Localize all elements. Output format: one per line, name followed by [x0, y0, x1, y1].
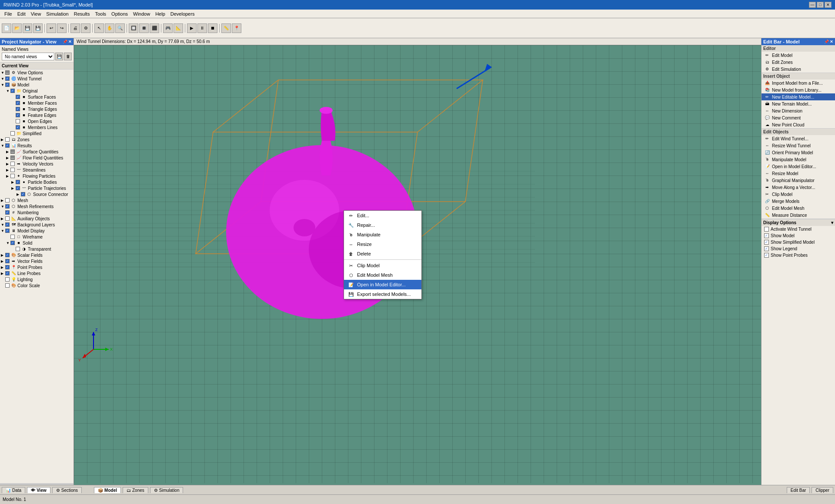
- tab-simulation[interactable]: ⚙ Simulation: [150, 487, 184, 493]
- tree-checkbox[interactable]: ✓: [10, 89, 15, 93]
- tree-item[interactable]: 💡Lighting: [0, 276, 73, 282]
- tree-checkbox[interactable]: —: [10, 156, 15, 160]
- new-point-cloud-item[interactable]: ☁ New Point Cloud: [762, 121, 835, 128]
- tree-item[interactable]: ▶➡Velocity Vectors: [0, 161, 73, 167]
- tree-expand-icon[interactable]: ▶: [1, 265, 5, 269]
- toolbar-redo[interactable]: ↪: [57, 23, 67, 33]
- tree-item[interactable]: ▶✓🎨Scalar Fields: [0, 252, 73, 258]
- toolbar-open[interactable]: 📂: [12, 23, 22, 33]
- display-options-collapse[interactable]: ▾: [831, 220, 833, 225]
- toolbar-view1[interactable]: 🔲: [129, 23, 138, 33]
- toolbar-sim3[interactable]: ⏹: [208, 23, 217, 33]
- tree-checkbox[interactable]: ✓: [5, 204, 10, 209]
- tree-item[interactable]: □Wireframe: [0, 234, 73, 240]
- tree-checkbox[interactable]: —: [5, 70, 10, 75]
- tree-item[interactable]: ▶✓📍Point Probes: [0, 264, 73, 270]
- toolbar-zoom[interactable]: 🔍: [115, 23, 125, 33]
- menu-tools[interactable]: Tools: [92, 11, 109, 17]
- context-edit[interactable]: ✏ Edit...: [344, 211, 421, 220]
- tree-item[interactable]: ▼✓🖥Model Display: [0, 228, 73, 234]
- merge-models-item[interactable]: 🔗 Merge Models: [762, 198, 835, 205]
- right-panel-close[interactable]: ✕: [830, 40, 833, 44]
- tree-item[interactable]: ▼✓📦Model: [0, 82, 73, 88]
- menu-file[interactable]: File: [2, 11, 15, 17]
- new-terrain-item[interactable]: 🏔 New Terrain Model...: [762, 100, 835, 107]
- named-views-delete-btn[interactable]: 🗑: [64, 53, 72, 60]
- tree-checkbox[interactable]: ✓: [16, 186, 20, 190]
- context-open-editor[interactable]: 📝 Open in Model Editor...: [344, 280, 421, 289]
- tree-checkbox[interactable]: ✓: [5, 253, 10, 257]
- named-views-dropdown[interactable]: No named views: [2, 53, 54, 60]
- menu-developers[interactable]: Developers: [168, 11, 197, 17]
- tree-checkbox[interactable]: ✓: [16, 107, 20, 111]
- tree-item[interactable]: ▼✓📁Original: [0, 88, 73, 94]
- new-from-library-item[interactable]: 📚 New Model from Library...: [762, 86, 835, 93]
- tree-item[interactable]: ▶—📈Flow Field Quantities: [0, 155, 73, 161]
- resize-model-item[interactable]: ↔ Resize Model: [762, 170, 835, 177]
- toolbar-undo[interactable]: ↩: [47, 23, 56, 33]
- edit-model-item[interactable]: ✏ Edit Model: [762, 52, 835, 59]
- orient-primary-item[interactable]: 🔄 Orient Primary Model: [762, 149, 835, 156]
- menu-window[interactable]: Window: [130, 11, 153, 17]
- context-repair[interactable]: 🔧 Repair...: [344, 220, 421, 230]
- tree-item[interactable]: ■Open Edges: [0, 118, 73, 124]
- context-delete[interactable]: 🗑 Delete: [344, 249, 421, 259]
- tree-item[interactable]: 🎨Color Scale: [0, 282, 73, 288]
- tree-checkbox[interactable]: ✓: [5, 210, 10, 215]
- toolbar-print[interactable]: 🖨: [70, 23, 80, 33]
- tree-checkbox[interactable]: ✓: [5, 271, 10, 275]
- toolbar-measure[interactable]: 📏: [221, 23, 231, 33]
- toolbar-pan[interactable]: ✋: [105, 23, 114, 33]
- tree-expand-icon[interactable]: ▶: [1, 272, 5, 275]
- tree-checkbox[interactable]: [10, 235, 15, 239]
- tree-expand-icon[interactable]: ▼: [1, 83, 5, 87]
- tree-checkbox[interactable]: ✓: [5, 76, 10, 81]
- menu-help[interactable]: Help: [153, 11, 168, 17]
- tree-checkbox[interactable]: ✓: [16, 95, 20, 99]
- resize-wind-tunnel-item[interactable]: ↔ Resize Wind Tunnel: [762, 142, 835, 149]
- tree-item[interactable]: ▶—📈Surface Quantities: [0, 149, 73, 155]
- menu-options[interactable]: Options: [109, 11, 130, 17]
- toolbar-probe[interactable]: 📍: [232, 23, 241, 33]
- right-panel-pin[interactable]: 📌: [824, 40, 829, 44]
- new-comment-item[interactable]: 💬 New Comment: [762, 114, 835, 121]
- move-vector-item[interactable]: ➡ Move Along a Vector...: [762, 184, 835, 191]
- menu-edit[interactable]: Edit: [15, 11, 28, 17]
- tree-item[interactable]: ✓■Triangle Edges: [0, 106, 73, 112]
- tree-checkbox[interactable]: [5, 277, 10, 282]
- toolbar-settings[interactable]: ⚙: [81, 23, 90, 33]
- tree-checkbox[interactable]: [10, 174, 15, 178]
- tree-item[interactable]: ▶🗂Zones: [0, 136, 73, 143]
- maximize-btn[interactable]: □: [817, 2, 824, 8]
- toolbar-sim2[interactable]: ⏸: [197, 23, 207, 33]
- edit-simulation-item[interactable]: ⚙ Edit Simulation: [762, 66, 835, 73]
- tree-expand-icon[interactable]: ▶: [1, 259, 5, 263]
- tree-item[interactable]: ✓■Member Faces: [0, 100, 73, 106]
- show-model-option[interactable]: Show Model: [762, 232, 835, 239]
- tree-item[interactable]: ▶✓⬡Source Connector: [0, 191, 73, 197]
- tab-view[interactable]: 👁 View: [27, 487, 50, 493]
- tree-checkbox[interactable]: ✓: [16, 125, 20, 129]
- menu-results[interactable]: Results: [71, 11, 93, 17]
- tree-expand-icon[interactable]: ▶: [11, 180, 16, 184]
- panel-resize-handle[interactable]: [0, 483, 73, 485]
- toolbar-select[interactable]: ↖: [94, 23, 104, 33]
- context-clip[interactable]: ✂ Clip Model: [344, 261, 421, 270]
- tree-checkbox[interactable]: [10, 131, 15, 136]
- activate-wind-tunnel-option[interactable]: Activate Wind Tunnel: [762, 226, 835, 232]
- tree-checkbox[interactable]: ✓: [5, 222, 10, 227]
- context-resize[interactable]: ↔ Resize: [344, 239, 421, 249]
- viewport-canvas[interactable]: Z X Y ✏ Edit...: [74, 45, 761, 483]
- tree-expand-icon[interactable]: ▶: [1, 217, 5, 221]
- manipulate-model-item[interactable]: 🖱 Manipulate Model: [762, 156, 835, 163]
- tree-checkbox[interactable]: [5, 283, 10, 288]
- tree-item[interactable]: ▶✓●Particle Bodies: [0, 179, 73, 185]
- toolbar-view3[interactable]: ⬛: [150, 23, 159, 33]
- tree-checkbox[interactable]: ✓: [10, 241, 15, 245]
- tree-item[interactable]: ✓■Members Lines: [0, 124, 73, 130]
- tab-zones[interactable]: 🗂 Zones: [123, 487, 148, 493]
- show-model-checkbox[interactable]: [764, 233, 769, 238]
- tree-checkbox[interactable]: [5, 198, 10, 202]
- toolbar-view2[interactable]: 🔳: [139, 23, 149, 33]
- tree-item[interactable]: ✓#Numbering: [0, 209, 73, 216]
